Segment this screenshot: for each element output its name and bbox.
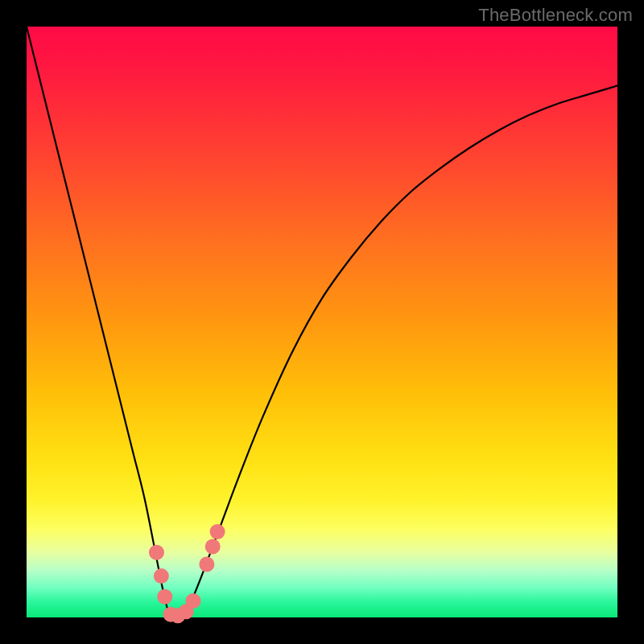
watermark-text: TheBottleneck.com (478, 5, 633, 26)
marker-bottom-4 (185, 593, 200, 609)
marker-right-mid (205, 539, 221, 554)
marker-right-upper (210, 524, 225, 539)
plot-area (27, 27, 617, 617)
marker-right-low (199, 556, 214, 572)
marker-group (149, 524, 225, 623)
bottleneck-curve (27, 27, 617, 618)
marker-left-mid (154, 568, 169, 584)
marker-left-upper (149, 545, 164, 560)
marker-left-low (157, 589, 172, 605)
chart-frame: TheBottleneck.com (0, 0, 644, 644)
chart-svg (27, 27, 617, 617)
